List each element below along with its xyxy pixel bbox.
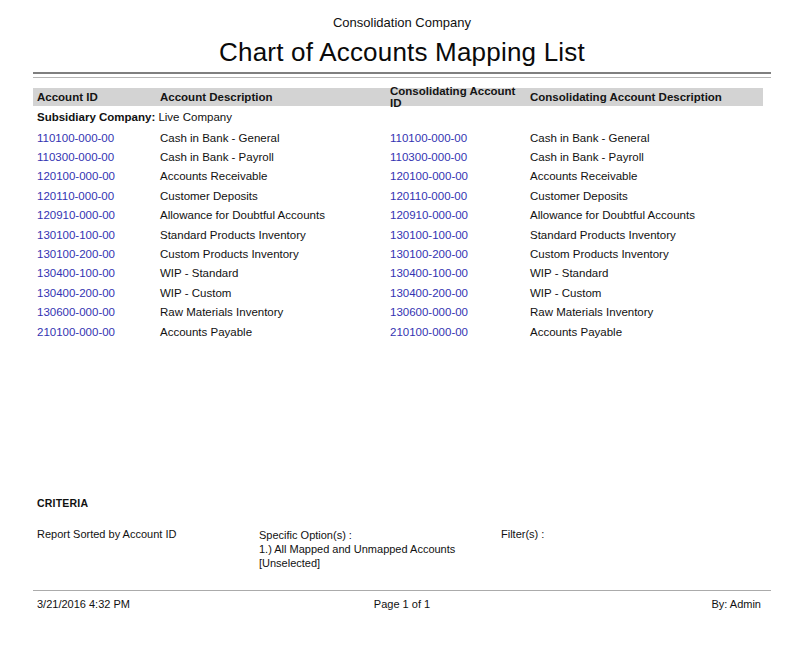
account-id-link[interactable]: 110300-000-00: [33, 151, 159, 163]
account-description: Accounts Receivable: [159, 170, 389, 182]
subsidiary-group-row: Subsidiary Company: Live Company: [33, 106, 763, 128]
consolidating-account-description: Customer Deposits: [529, 190, 763, 202]
table-row: 130100-200-00 Custom Products Inventory …: [33, 244, 763, 263]
subsidiary-company-label: Subsidiary Company:: [37, 111, 155, 123]
consolidating-account-description: Allowance for Doubtful Accounts: [529, 209, 763, 221]
footer-row: 3/21/2016 4:32 PM Page 1 of 1 By: Admin: [33, 591, 771, 610]
consolidating-account-description: Cash in Bank - General: [529, 132, 763, 144]
report-footer: 3/21/2016 4:32 PM Page 1 of 1 By: Admin: [33, 590, 771, 610]
consolidating-account-id-link[interactable]: 210100-000-00: [389, 326, 529, 338]
consolidating-account-id-link[interactable]: 120100-000-00: [389, 170, 529, 182]
account-description: Cash in Bank - General: [159, 132, 389, 144]
criteria-section: CRITERIA Report Sorted by Account ID Spe…: [37, 497, 771, 570]
table-row: 210100-000-00 Accounts Payable 210100-00…: [33, 322, 763, 341]
subsidiary-company: Subsidiary Company: Live Company: [33, 111, 232, 123]
account-id-link[interactable]: 130600-000-00: [33, 306, 159, 318]
account-description: Cash in Bank - Payroll: [159, 151, 389, 163]
divider-line-dark: [33, 72, 771, 74]
account-description: Raw Materials Inventory: [159, 306, 389, 318]
table-row: 130400-100-00 WIP - Standard 130400-100-…: [33, 264, 763, 283]
table-header-row: Account ID Account Description Consolida…: [33, 88, 763, 106]
consolidating-account-id-link[interactable]: 130100-100-00: [389, 229, 529, 241]
account-id-link[interactable]: 130400-100-00: [33, 267, 159, 279]
consolidating-account-id-link[interactable]: 120110-000-00: [389, 190, 529, 202]
consolidating-account-description: WIP - Custom: [529, 287, 763, 299]
account-id-link[interactable]: 110100-000-00: [33, 132, 159, 144]
divider-line-light: [33, 77, 771, 78]
account-description: WIP - Standard: [159, 267, 389, 279]
consolidating-account-id-link[interactable]: 130600-000-00: [389, 306, 529, 318]
subsidiary-company-value: Live Company: [158, 111, 232, 123]
consolidating-account-id-link[interactable]: 130400-100-00: [389, 267, 529, 279]
account-id-link[interactable]: 120100-000-00: [33, 170, 159, 182]
report-header: Consolidation Company Chart of Accounts …: [0, 14, 804, 68]
criteria-heading: CRITERIA: [37, 497, 771, 509]
column-header-consolidating-account-description: Consolidating Account Description: [529, 91, 763, 103]
account-description: Customer Deposits: [159, 190, 389, 202]
table-row: 130100-100-00 Standard Products Inventor…: [33, 225, 763, 244]
consolidating-account-description: Accounts Payable: [529, 326, 763, 338]
account-description: Custom Products Inventory: [159, 248, 389, 260]
page-title: Chart of Accounts Mapping List: [0, 36, 804, 68]
consolidating-account-description: Cash in Bank - Payroll: [529, 151, 763, 163]
table-row: 130600-000-00 Raw Materials Inventory 13…: [33, 303, 763, 322]
table-row: 120100-000-00 Accounts Receivable 120100…: [33, 167, 763, 186]
column-header-account-description: Account Description: [159, 91, 389, 103]
consolidating-account-id-link[interactable]: 130100-200-00: [389, 248, 529, 260]
account-id-link[interactable]: 120910-000-00: [33, 209, 159, 221]
account-id-link[interactable]: 210100-000-00: [33, 326, 159, 338]
consolidating-account-id-link[interactable]: 130400-200-00: [389, 287, 529, 299]
accounts-mapping-table: Account ID Account Description Consolida…: [33, 88, 763, 341]
filters-label: Filter(s) :: [501, 528, 771, 540]
report-page: Consolidation Company Chart of Accounts …: [0, 0, 804, 672]
footer-datetime: 3/21/2016 4:32 PM: [33, 598, 279, 610]
account-description: Standard Products Inventory: [159, 229, 389, 241]
consolidating-account-id-link[interactable]: 110100-000-00: [389, 132, 529, 144]
criteria-columns: Report Sorted by Account ID Specific Opt…: [37, 528, 771, 570]
account-id-link[interactable]: 130100-100-00: [33, 229, 159, 241]
consolidating-account-description: Standard Products Inventory: [529, 229, 763, 241]
table-row: 120910-000-00 Allowance for Doubtful Acc…: [33, 206, 763, 225]
specific-option-state: [Unselected]: [259, 556, 501, 570]
table-row: 120110-000-00 Customer Deposits 120110-0…: [33, 186, 763, 205]
consolidating-account-description: Accounts Receivable: [529, 170, 763, 182]
consolidating-account-id-link[interactable]: 110300-000-00: [389, 151, 529, 163]
account-id-link[interactable]: 120110-000-00: [33, 190, 159, 202]
footer-page-number: Page 1 of 1: [279, 598, 525, 610]
footer-printed-by: By: Admin: [525, 598, 771, 610]
account-id-link[interactable]: 130400-200-00: [33, 287, 159, 299]
account-description: Accounts Payable: [159, 326, 389, 338]
account-id-link[interactable]: 130100-200-00: [33, 248, 159, 260]
consolidating-account-description: WIP - Standard: [529, 267, 763, 279]
specific-option-item: 1.) All Mapped and Unmapped Accounts: [259, 542, 501, 556]
consolidating-account-description: Raw Materials Inventory: [529, 306, 763, 318]
column-header-consolidating-account-id: Consolidating Account ID: [389, 85, 529, 109]
header-divider: [33, 72, 771, 78]
table-row: 110100-000-00 Cash in Bank - General 110…: [33, 128, 763, 147]
column-header-account-id: Account ID: [33, 91, 159, 103]
specific-options-label: Specific Option(s) :: [259, 528, 501, 542]
table-row: 110300-000-00 Cash in Bank - Payroll 110…: [33, 147, 763, 166]
consolidating-account-description: Custom Products Inventory: [529, 248, 763, 260]
report-sorted-by: Report Sorted by Account ID: [37, 528, 259, 540]
specific-options: Specific Option(s) : 1.) All Mapped and …: [259, 528, 501, 570]
table-row: 130400-200-00 WIP - Custom 130400-200-00…: [33, 283, 763, 302]
account-description: Allowance for Doubtful Accounts: [159, 209, 389, 221]
account-description: WIP - Custom: [159, 287, 389, 299]
consolidating-account-id-link[interactable]: 120910-000-00: [389, 209, 529, 221]
company-name: Consolidation Company: [0, 14, 804, 32]
